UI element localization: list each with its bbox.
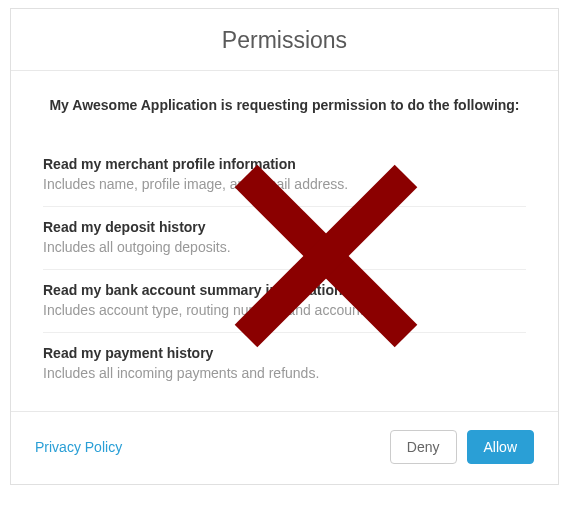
permission-request-text: My Awesome Application is requesting per… (43, 95, 526, 116)
permission-description: Includes all incoming payments and refun… (43, 365, 526, 381)
permission-item: Read my merchant profile information Inc… (43, 144, 526, 207)
app-name: My Awesome Application (49, 97, 217, 113)
permission-item: Read my bank account summary information… (43, 270, 526, 333)
permission-item: Read my payment history Includes all inc… (43, 333, 526, 395)
footer-buttons: Deny Allow (390, 430, 534, 464)
allow-button[interactable]: Allow (467, 430, 534, 464)
permissions-modal: Permissions My Awesome Application is re… (10, 8, 559, 485)
deny-button[interactable]: Deny (390, 430, 457, 464)
permission-description: Includes name, profile image, and email … (43, 176, 526, 192)
permissions-list: Read my merchant profile information Inc… (43, 144, 526, 395)
request-suffix: is requesting permission to do the follo… (217, 97, 520, 113)
modal-body: My Awesome Application is requesting per… (11, 71, 558, 411)
privacy-policy-link[interactable]: Privacy Policy (35, 439, 122, 455)
permission-title: Read my bank account summary information (43, 282, 526, 298)
permission-description: Includes all outgoing deposits. (43, 239, 526, 255)
modal-title: Permissions (11, 27, 558, 54)
permission-description: Includes account type, routing number, a… (43, 302, 526, 318)
permission-title: Read my deposit history (43, 219, 526, 235)
modal-footer: Privacy Policy Deny Allow (11, 411, 558, 484)
permission-title: Read my payment history (43, 345, 526, 361)
permission-item: Read my deposit history Includes all out… (43, 207, 526, 270)
permission-title: Read my merchant profile information (43, 156, 526, 172)
modal-header: Permissions (11, 9, 558, 71)
